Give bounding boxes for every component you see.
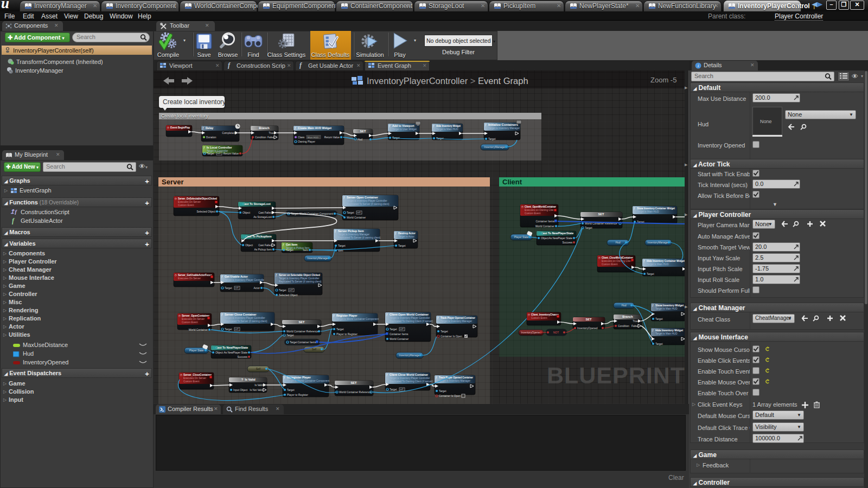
svg-text:Replicated To Server (if ownin: Replicated To Server (if owning client) [347, 203, 390, 206]
svg-text:Target: Target [655, 318, 663, 320]
svg-text:Player State: Player State [514, 236, 529, 239]
svg-text:ƒ: ƒ [343, 196, 345, 199]
svg-text:Get Usable Actor: Get Usable Actor [225, 275, 248, 278]
svg-text:InventoryManager: InventoryManager [399, 354, 420, 357]
svg-text:Custom Event: Custom Event [183, 380, 200, 383]
svg-text:NOT: NOT [553, 331, 559, 334]
svg-text:Create local inventory: Create local inventory [161, 113, 209, 119]
svg-text:Item: Item [303, 249, 308, 252]
svg-text:Client: Client [502, 178, 522, 186]
svg-text:Target is Main HUD: Target is Main HUD [436, 128, 458, 131]
svg-text:Hide Inventory Container Widge: Hide Inventory Container Widget [647, 259, 685, 262]
svg-text:Cast To NewPlayerState: Cast To NewPlayerState [541, 232, 573, 235]
svg-text:Server Pickup Item: Server Pickup Item [338, 229, 364, 233]
svg-text:InventoryManager: InventoryManager [647, 241, 669, 244]
svg-text:Executes On Server: Executes On Server [178, 277, 201, 280]
svg-text:ƒ: ƒ [386, 313, 388, 316]
svg-text:Cast To StorageLoot: Cast To StorageLoot [242, 202, 271, 206]
svg-text:Actor: Actor [254, 287, 260, 290]
svg-text:Self: Self [256, 368, 261, 370]
svg-text:Server_OnSelectableObjectClick: Server_OnSelectableObjectClicked [178, 197, 217, 200]
svg-text:ƒ: ƒ [643, 259, 645, 262]
svg-text:Server on Selectable Object Cl: Server on Selectable Object Clicked [279, 273, 320, 277]
svg-text:Replicated To Server (if ownin: Replicated To Server (if owning client) [338, 236, 381, 239]
svg-text:Self: Self [312, 348, 317, 351]
svg-text:Container Items: Container Items [390, 333, 409, 336]
svg-text:Target is Main HUD: Target is Main HUD [637, 210, 659, 213]
svg-text:Cast Failed: Cast Failed [258, 244, 272, 247]
svg-text:Target is World Container Comp: Target is World Container Component [336, 318, 379, 320]
svg-text:Is Valid: Is Valid [254, 384, 263, 387]
svg-text:ƒ: ƒ [652, 329, 654, 332]
svg-text:Target is Inventory Manager: Target is Inventory Manager [441, 320, 473, 323]
svg-text:InventoryOpened: InventoryOpened [521, 331, 541, 334]
svg-text:Target is Inventory Manager: Target is Inventory Manager [338, 233, 370, 236]
svg-text:ƒ: ƒ [634, 207, 635, 210]
svg-text:self: self [217, 152, 221, 155]
svg-text:Target: Target [336, 328, 344, 331]
svg-text:Client_OpenWorldContainer: Client_OpenWorldContainer [525, 205, 556, 208]
svg-text:Server: Server [162, 178, 183, 186]
svg-text:ƒ: ƒ [202, 126, 204, 130]
svg-text:Client_InventoryChange: Client_InventoryChange [531, 313, 559, 316]
svg-text:SET: SET [598, 213, 604, 216]
svg-text:Create Main HUD Widget: Create Main HUD Widget [298, 126, 331, 130]
svg-text:self: self [357, 211, 361, 214]
svg-text:Object: Object [215, 351, 224, 354]
svg-text:Executes On Server: Executes On Server [178, 201, 201, 203]
svg-text:Server Close Container: Server Close Container [225, 313, 257, 316]
svg-text:Show Inventory Container Widge: Show Inventory Container Widget [637, 207, 675, 210]
svg-text:ƒ: ƒ [437, 316, 439, 319]
svg-text:Player State: Player State [189, 349, 204, 352]
svg-text:World Container Reference: World Container Reference [339, 391, 371, 394]
svg-text:Target: Target [225, 328, 232, 331]
svg-text:Condition: Condition [618, 325, 629, 328]
svg-text:Duration: Duration [206, 136, 216, 139]
svg-text:Target: Target [287, 389, 295, 391]
svg-text:As NewPlayer State: As NewPlayer State [549, 237, 573, 240]
svg-text:As Pickup Item: As Pickup Item [254, 248, 272, 251]
svg-text:Hide Inventory Widget: Hide Inventory Widget [655, 329, 683, 332]
svg-text:ƒ: ƒ [276, 273, 277, 277]
svg-text:ƒ: ƒ [221, 275, 223, 278]
svg-text:SET: SET [351, 381, 357, 384]
svg-text:Target: Target [441, 330, 448, 333]
svg-text:Target: Target [655, 343, 663, 345]
svg-text:? Is Valid: ? Is Valid [240, 378, 256, 381]
svg-text:Owning Player: Owning Player [298, 140, 315, 143]
svg-text:Replicated To Server (if ownin: Replicated To Server (if owning client) [225, 320, 267, 323]
svg-text:Track Player Opened Container: Track Player Opened Container [439, 376, 473, 379]
svg-text:Target is User Widget: Target is User Widget [392, 128, 417, 131]
svg-text:As NewPlayer State: As NewPlayer State [224, 351, 248, 354]
svg-text:Success: Success [563, 241, 573, 244]
svg-text:Hide Inventory Widget: Hide Inventory Widget [436, 124, 461, 127]
svg-text:Register Player: Register Player [336, 314, 358, 317]
svg-text:Return Value: Return Value [324, 136, 340, 139]
svg-text:Is Not Valid: Is Not Valid [250, 389, 263, 391]
svg-text:Cast To NewPlayerState: Cast To NewPlayerState [215, 346, 248, 349]
svg-text:ƒ: ƒ [652, 304, 654, 307]
svg-text:Object: Object [541, 237, 549, 240]
svg-text:Target is Inventory Player Con: Target is Inventory Player Controlle [225, 279, 264, 281]
svg-text:Target: Target [488, 138, 496, 140]
svg-text:Target: Target [647, 273, 654, 275]
svg-text:Replicated To Server (if ownin: Replicated To Server (if owning client) [279, 280, 322, 283]
svg-text:Completed: Completed [222, 132, 235, 134]
svg-text:Target is Main HUD: Target is Main HUD [655, 307, 678, 310]
svg-text:Target: Target [286, 334, 294, 337]
svg-text:Selected Object: Selected Object [196, 210, 215, 213]
svg-text:Initialize Containers: Initialize Containers [488, 123, 518, 126]
svg-text:Target is Inventory Manager: Target is Inventory Manager [488, 127, 520, 130]
svg-text:◇: ◇ [167, 126, 169, 129]
svg-text:True: True [269, 132, 274, 134]
svg-text:Target: Target [225, 287, 232, 290]
svg-text:Target is Actor: Target is Actor [398, 235, 414, 238]
svg-text:Target: Target [290, 341, 297, 344]
svg-text:SET: SET [360, 130, 366, 133]
svg-text:Class: Class [298, 136, 305, 139]
svg-text:Executes on Owning Client: Executes on Owning Client [525, 209, 556, 211]
svg-text:self: self [400, 328, 404, 330]
svg-text:Replicated To Owning Client (i: Replicated To Owning Client (if server) [390, 380, 433, 383]
svg-text:Hud: Hud [358, 138, 362, 141]
svg-text:self: self [289, 288, 293, 291]
